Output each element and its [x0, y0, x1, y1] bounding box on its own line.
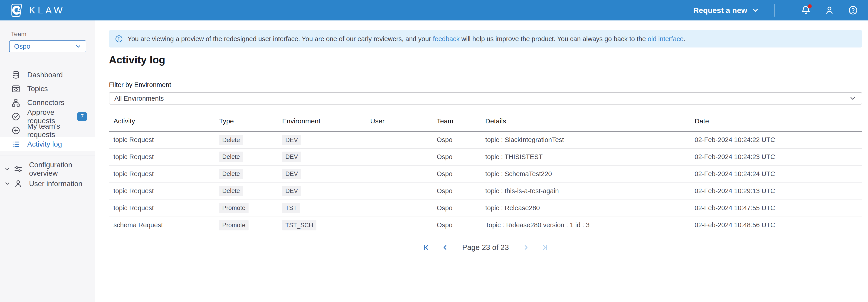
filter-by-environment-label: Filter by Environment — [109, 81, 862, 89]
klaw-claw-icon — [10, 3, 23, 17]
details-cell: topic : SlackIntegrationTest — [485, 131, 694, 148]
table-row: topic RequestPromoteTSTOspotopic : Relea… — [109, 199, 862, 217]
type-chip: Delete — [219, 135, 243, 145]
table-header-row: ActivityTypeEnvironmentUserTeamDetailsDa… — [109, 117, 862, 131]
notifications-button[interactable] — [801, 5, 811, 15]
type-chip: Promote — [219, 203, 249, 213]
activity-cell: schema Request — [109, 217, 219, 234]
page-indicator: Page 23 of 23 — [462, 243, 509, 252]
profile-button[interactable] — [825, 5, 834, 15]
klaw-brand-link[interactable]: KLAW — [10, 3, 65, 17]
environment-cell: DEV — [282, 183, 370, 199]
sidebar-section-label: Configuration overview — [29, 161, 87, 177]
environment-chip: DEV — [282, 135, 301, 145]
connectors-icon — [11, 98, 21, 107]
sidebar-section-user-information[interactable]: User information — [0, 176, 95, 191]
environment-chip: DEV — [282, 186, 301, 196]
type-cell: Promote — [219, 217, 282, 234]
user-cell — [370, 217, 437, 234]
team-cell: Ospo — [437, 131, 485, 148]
date-cell: 02-Feb-2024 10:48:56 UTC — [694, 217, 862, 234]
info-circle-icon — [115, 35, 123, 43]
brand-name: KLAW — [29, 5, 65, 16]
environment-cell: DEV — [282, 148, 370, 165]
user-cell — [370, 131, 437, 148]
pending-requests-badge: 7 — [77, 112, 87, 121]
help-button[interactable] — [848, 5, 858, 15]
environment-filter-select[interactable]: All Environments — [109, 92, 862, 105]
environment-chip: DEV — [282, 169, 301, 179]
top-header: KLAW Request a new — [0, 0, 868, 21]
user-icon — [825, 5, 834, 15]
sidebar-item-dashboard[interactable]: Dashboard — [0, 68, 95, 82]
environment-chip: DEV — [282, 152, 301, 162]
details-cell: topic : THISISTEST — [485, 148, 694, 165]
old-interface-link[interactable]: old interface — [648, 35, 683, 43]
plus-circle-icon — [11, 126, 21, 135]
database-icon — [11, 71, 21, 80]
type-chip: Promote — [219, 220, 249, 230]
sidebar-item-label: Dashboard — [27, 71, 63, 79]
type-cell: Delete — [219, 131, 282, 148]
table-row: topic RequestDeleteDEVOspotopic : Schema… — [109, 165, 862, 183]
team-label: Team — [11, 30, 95, 38]
environment-filter-value: All Environments — [115, 95, 164, 102]
sliders-icon — [13, 165, 23, 174]
list-icon — [11, 140, 21, 149]
user-cell — [370, 199, 437, 217]
details-cell: topic : Release280 — [485, 199, 694, 217]
team-cell: Ospo — [437, 199, 485, 217]
sidebar-item-approve-requests[interactable]: Approve requests7 — [0, 110, 95, 123]
type-cell: Delete — [219, 148, 282, 165]
table-row: topic RequestDeleteDEVOspotopic : SlackI… — [109, 131, 862, 148]
details-cell: topic : this-is-a-test-again — [485, 183, 694, 199]
feedback-link[interactable]: feedback — [433, 35, 460, 43]
environment-cell: DEV — [282, 131, 370, 148]
sidebar-item-label: Topics — [27, 85, 48, 93]
sidebar-section-configuration-overview[interactable]: Configuration overview — [0, 162, 95, 176]
banner-text: You are viewing a preview of the redesig… — [128, 35, 685, 43]
column-header-date: Date — [694, 117, 862, 131]
first-page-icon — [422, 244, 430, 251]
sidebar: Team Ospo DashboardTopicsConnectorsAppro… — [0, 21, 95, 302]
activity-cell: topic Request — [109, 199, 219, 217]
environment-cell: TST_SCH — [282, 217, 370, 234]
chevron-down-icon — [4, 166, 10, 172]
last-page-icon — [541, 244, 549, 251]
column-header-user: User — [370, 117, 437, 131]
environment-chip: TST — [282, 203, 300, 213]
previous-page-button[interactable] — [441, 243, 450, 252]
date-cell: 02-Feb-2024 10:24:23 UTC — [694, 148, 862, 165]
sidebar-item-my-team-s-requests[interactable]: My team's requests — [0, 123, 95, 137]
pagination: Page 23 of 23 — [109, 243, 862, 252]
request-a-new-button[interactable]: Request a new — [693, 6, 760, 15]
table-row: schema RequestPromoteTST_SCHOspoTopic : … — [109, 217, 862, 234]
date-cell: 02-Feb-2024 10:29:13 UTC — [694, 183, 862, 199]
sidebar-item-label: Activity log — [27, 140, 62, 148]
column-header-details: Details — [485, 117, 694, 131]
activity-cell: topic Request — [109, 165, 219, 183]
page-title: Activity log — [109, 53, 862, 66]
sidebar-nav: DashboardTopicsConnectorsApprove request… — [0, 62, 95, 151]
environment-chip: TST_SCH — [282, 220, 316, 230]
notification-dot — [808, 4, 812, 8]
main-content: You are viewing a preview of the redesig… — [95, 21, 868, 302]
table-row: topic RequestDeleteDEVOspotopic : this-i… — [109, 183, 862, 199]
sidebar-item-connectors[interactable]: Connectors — [0, 96, 95, 110]
team-select[interactable]: Ospo — [9, 40, 86, 52]
activity-log-table: ActivityTypeEnvironmentUserTeamDetailsDa… — [109, 117, 862, 234]
preview-banner: You are viewing a preview of the redesig… — [109, 30, 862, 48]
check-circle-icon — [11, 112, 21, 121]
environment-cell: DEV — [282, 165, 370, 183]
first-page-button[interactable] — [422, 243, 430, 252]
sidebar-section-label: User information — [29, 180, 83, 188]
type-chip: Delete — [219, 152, 243, 162]
sidebar-item-label: Connectors — [27, 99, 64, 107]
user-cell — [370, 148, 437, 165]
sidebar-item-topics[interactable]: Topics — [0, 82, 95, 96]
team-select-value: Ospo — [14, 43, 30, 50]
details-cell: Topic : Release280 version : 1 id : 3 — [485, 217, 694, 234]
date-cell: 02-Feb-2024 10:24:22 UTC — [694, 131, 862, 148]
type-cell: Delete — [219, 165, 282, 183]
sidebar-item-activity-log[interactable]: Activity log — [0, 137, 95, 151]
